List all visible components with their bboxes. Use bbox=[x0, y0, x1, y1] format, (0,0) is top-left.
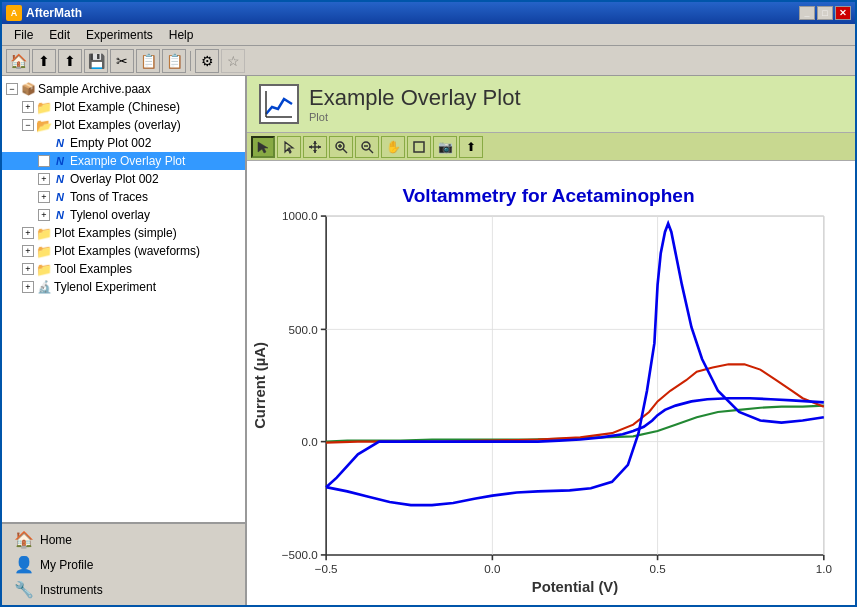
main-content: − 📦 Sample Archive.paax + 📁 Plot Example… bbox=[2, 76, 855, 605]
plot-icon-tons: N bbox=[52, 189, 68, 205]
app-title: AfterMath bbox=[26, 6, 82, 20]
nav-profile[interactable]: 👤 My Profile bbox=[10, 553, 237, 576]
tree-label-tons-traces: Tons of Traces bbox=[70, 190, 148, 204]
svg-line-15 bbox=[369, 149, 373, 153]
svg-text:0.0: 0.0 bbox=[301, 435, 318, 448]
svg-text:1.0: 1.0 bbox=[816, 562, 833, 575]
toolbar-save[interactable]: 💾 bbox=[84, 49, 108, 73]
restore-button[interactable]: □ bbox=[817, 6, 833, 20]
window-controls: _ □ ✕ bbox=[799, 6, 851, 20]
chart-btn-box[interactable] bbox=[407, 136, 431, 158]
toolbar-paste[interactable]: 📋 bbox=[162, 49, 186, 73]
menu-edit[interactable]: Edit bbox=[41, 26, 78, 44]
svg-marker-9 bbox=[318, 145, 321, 149]
svg-marker-7 bbox=[313, 150, 317, 153]
expand-tylenol-overlay[interactable]: + bbox=[38, 209, 50, 221]
expand-example-overlay[interactable]: + bbox=[38, 155, 50, 167]
plot-icon-tylenol-overlay: N bbox=[52, 207, 68, 223]
tree-label-root: Sample Archive.paax bbox=[38, 82, 151, 96]
expand-waveforms[interactable]: + bbox=[22, 245, 34, 257]
tree-item-empty-plot[interactable]: + N Empty Plot 002 bbox=[2, 134, 245, 152]
expand-root[interactable]: − bbox=[6, 83, 18, 95]
folder-icon-chinese: 📁 bbox=[36, 99, 52, 115]
chart-btn-select[interactable] bbox=[251, 136, 275, 158]
expand-tool-examples[interactable]: + bbox=[22, 263, 34, 275]
svg-marker-2 bbox=[258, 142, 268, 153]
tree-item-tool-examples[interactable]: + 📁 Tool Examples bbox=[2, 260, 245, 278]
svg-line-11 bbox=[343, 149, 347, 153]
svg-marker-6 bbox=[313, 141, 317, 144]
home-icon: 🏠 bbox=[14, 530, 34, 549]
archive-icon: 📦 bbox=[20, 81, 36, 97]
title-bar-left: A AfterMath bbox=[6, 5, 82, 21]
chart-btn-zoom-in[interactable] bbox=[329, 136, 353, 158]
plot-icon-overlay-002: N bbox=[52, 171, 68, 187]
tree-label-plot-chinese: Plot Example (Chinese) bbox=[54, 100, 180, 114]
right-panel: Example Overlay Plot Plot bbox=[247, 76, 855, 605]
svg-text:−0.5: −0.5 bbox=[315, 562, 338, 575]
expand-plot-overlay[interactable]: − bbox=[22, 119, 34, 131]
tree-label-example-overlay: Example Overlay Plot bbox=[70, 154, 185, 168]
chart-area: Voltammetry for Acetaminophen bbox=[247, 161, 855, 605]
nav-instruments-label: Instruments bbox=[40, 583, 103, 597]
svg-marker-3 bbox=[285, 142, 293, 153]
menu-help[interactable]: Help bbox=[161, 26, 202, 44]
main-toolbar: 🏠 ⬆ ⬆ 💾 ✂ 📋 📋 ⚙ ☆ bbox=[2, 46, 855, 76]
tree-label-waveforms: Plot Examples (waveforms) bbox=[54, 244, 200, 258]
menu-file[interactable]: File bbox=[6, 26, 41, 44]
toolbar-cut[interactable]: ✂ bbox=[110, 49, 134, 73]
chart-btn-pan[interactable] bbox=[303, 136, 327, 158]
toolbar-settings[interactable]: ⚙ bbox=[195, 49, 219, 73]
tree-label-tylenol-exp: Tylenol Experiment bbox=[54, 280, 156, 294]
experiment-icon: 🔬 bbox=[36, 279, 52, 295]
toolbar-copy[interactable]: 📋 bbox=[136, 49, 160, 73]
detail-header: Example Overlay Plot Plot bbox=[247, 76, 855, 133]
expand-tylenol-exp[interactable]: + bbox=[22, 281, 34, 293]
chart-btn-hand[interactable]: ✋ bbox=[381, 136, 405, 158]
svg-marker-8 bbox=[309, 145, 312, 149]
expand-simple[interactable]: + bbox=[22, 227, 34, 239]
toolbar-up2[interactable]: ⬆ bbox=[58, 49, 82, 73]
tree-item-simple[interactable]: + 📁 Plot Examples (simple) bbox=[2, 224, 245, 242]
expand-overlay-002[interactable]: + bbox=[38, 173, 50, 185]
toolbar-home[interactable]: 🏠 bbox=[6, 49, 30, 73]
minimize-button[interactable]: _ bbox=[799, 6, 815, 20]
plot-icon-empty: N bbox=[52, 135, 68, 151]
nav-home[interactable]: 🏠 Home bbox=[10, 528, 237, 551]
tree-item-root[interactable]: − 📦 Sample Archive.paax bbox=[2, 80, 245, 98]
tree-item-tylenol-exp[interactable]: + 🔬 Tylenol Experiment bbox=[2, 278, 245, 296]
menu-bar: File Edit Experiments Help bbox=[2, 24, 855, 46]
chart-btn-upload[interactable]: ⬆ bbox=[459, 136, 483, 158]
menu-experiments[interactable]: Experiments bbox=[78, 26, 161, 44]
tree-item-tons-of-traces[interactable]: + N Tons of Traces bbox=[2, 188, 245, 206]
detail-subtitle: Plot bbox=[309, 111, 521, 123]
plot-icon-example: N bbox=[52, 153, 68, 169]
chart-btn-camera[interactable]: 📷 bbox=[433, 136, 457, 158]
chart-toolbar: ✋ 📷 ⬆ bbox=[247, 133, 855, 161]
chart-btn-arrow[interactable] bbox=[277, 136, 301, 158]
tree-label-plot-overlay: Plot Examples (overlay) bbox=[54, 118, 181, 132]
svg-rect-17 bbox=[414, 142, 424, 152]
detail-plot-icon bbox=[259, 84, 299, 124]
toolbar-extra[interactable]: ☆ bbox=[221, 49, 245, 73]
chart-btn-zoom-out[interactable] bbox=[355, 136, 379, 158]
svg-text:0.0: 0.0 bbox=[484, 562, 501, 575]
nav-instruments[interactable]: 🔧 Instruments bbox=[10, 578, 237, 601]
tree-item-plot-overlay[interactable]: − 📂 Plot Examples (overlay) bbox=[2, 116, 245, 134]
tree-item-tylenol-overlay[interactable]: + N Tylenol overlay bbox=[2, 206, 245, 224]
toolbar-up[interactable]: ⬆ bbox=[32, 49, 56, 73]
tree-item-waveforms[interactable]: + 📁 Plot Examples (waveforms) bbox=[2, 242, 245, 260]
chart-svg: Voltammetry for Acetaminophen bbox=[252, 171, 845, 600]
tree-label-tool-examples: Tool Examples bbox=[54, 262, 132, 276]
nav-profile-label: My Profile bbox=[40, 558, 93, 572]
tree-item-plot-chinese[interactable]: + 📁 Plot Example (Chinese) bbox=[2, 98, 245, 116]
trace-blue-return bbox=[326, 398, 824, 487]
svg-text:Current (µA): Current (µA) bbox=[252, 342, 268, 429]
expand-plot-chinese[interactable]: + bbox=[22, 101, 34, 113]
bottom-nav: 🏠 Home 👤 My Profile 🔧 Instruments bbox=[2, 522, 245, 605]
tree-item-overlay-002[interactable]: + N Overlay Plot 002 bbox=[2, 170, 245, 188]
tree-item-example-overlay[interactable]: + N Example Overlay Plot bbox=[2, 152, 245, 170]
expand-tons-traces[interactable]: + bbox=[38, 191, 50, 203]
nav-home-label: Home bbox=[40, 533, 72, 547]
close-button[interactable]: ✕ bbox=[835, 6, 851, 20]
